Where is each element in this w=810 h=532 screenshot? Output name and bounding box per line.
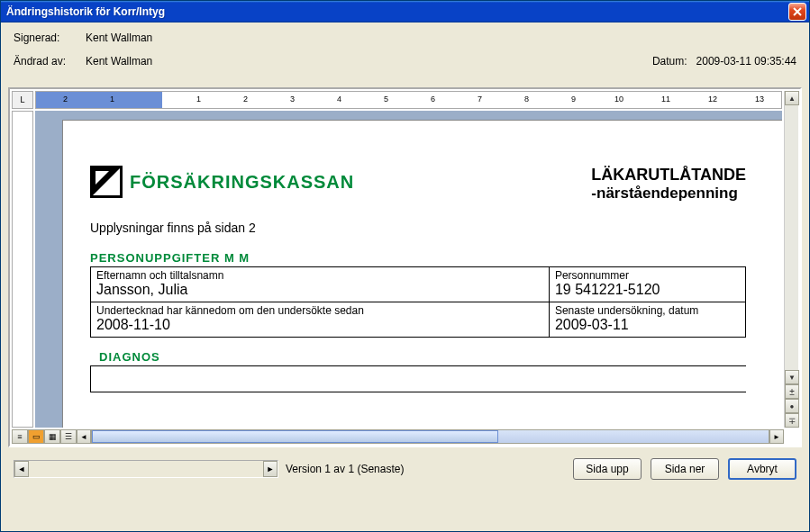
version-text: Version 1 av 1 (Senaste) [286,463,404,475]
last-exam-label: Senaste undersökning, datum [555,304,740,317]
cancel-button[interactable]: Avbryt [728,458,796,480]
name-field-label: Efternamn och tilltalsnamn [96,269,543,282]
outline-view-icon[interactable]: ☰ [60,429,77,444]
name-field-value: Jansson, Julia [96,282,543,298]
signed-by-value: Kent Wallman [86,32,152,44]
doc-title-line1: LÄKARUTLÅTANDE [591,166,746,185]
horizontal-scroll-track[interactable] [91,429,769,444]
version-scroller[interactable]: ◄ ► [14,460,278,478]
horizontal-scroll-thumb[interactable] [92,430,498,443]
section-diagnosis-title: DIAGNOS [90,350,746,364]
known-since-label: Undertecknad har kännedom om den undersö… [96,304,543,317]
last-exam-value: 2009-03-11 [555,317,740,333]
ruler-corner[interactable]: L [12,91,33,109]
next-page-icon[interactable]: ∓ [785,413,799,428]
document-canvas[interactable]: FÖRSÄKRINGSKASSAN LÄKARUTLÅTANDE -närstå… [35,111,782,428]
close-button[interactable] [788,3,806,21]
horizontal-ruler[interactable]: 2 1 1 2 3 4 5 6 7 8 9 10 11 12 13 [35,91,782,109]
window-title: Ändringshistorik för Korr/Intyg [6,5,788,18]
personal-data-table: Efternamn och tilltalsnamn Jansson, Juli… [90,266,746,338]
agency-name: FÖRSÄKRINGSKASSAN [130,172,354,193]
metadata-panel: Signerad: Kent Wallman Ändrad av: Kent W… [1,23,809,87]
view-toolbar: ≡ ▭ ▦ ☰ ◄ ► [12,429,784,444]
normal-view-icon[interactable]: ≡ [12,429,28,444]
changed-by-value: Kent Wallman [86,55,152,68]
title-bar: Ändringshistorik för Korr/Intyg [1,1,809,23]
pnr-field-value: 19 541221-5120 [555,282,740,298]
info-line: Upplysningar finns på sidan 2 [90,221,746,235]
date-label: Datum: [652,55,687,68]
object-browser-icon[interactable]: ● [785,399,799,413]
vertical-ruler[interactable] [12,111,33,428]
doc-title-line2: -närståendepenning [591,185,746,203]
app-window: Ändringshistorik för Korr/Intyg Signerad… [0,0,810,532]
scroll-left-button[interactable]: ◄ [77,429,91,444]
scroll-up-button[interactable]: ▲ [785,91,799,105]
version-prev-button[interactable]: ◄ [14,461,29,477]
diagnosis-box [90,365,746,392]
page-down-button[interactable]: Sida ner [651,458,719,480]
scroll-down-button[interactable]: ▼ [785,370,799,384]
scroll-right-button[interactable]: ► [769,429,784,444]
prev-page-icon[interactable]: ± [785,384,799,399]
document-viewer: L 2 1 1 2 3 4 5 6 7 8 9 10 11 12 13 [8,87,802,447]
version-next-button[interactable]: ► [263,461,278,477]
section-personal-title: PERSONUPPGIFTER M M [90,251,746,265]
pnr-field-label: Personnummer [555,269,740,282]
document-page: FÖRSÄKRINGSKASSAN LÄKARUTLÅTANDE -närstå… [62,120,782,428]
page-up-button[interactable]: Sida upp [573,458,642,480]
changed-by-label: Ändrad av: [14,55,86,68]
known-since-value: 2008-11-10 [96,317,543,333]
date-value: 2009-03-11 09:35:44 [696,55,796,68]
footer-bar: ◄ ► Version 1 av 1 (Senaste) Sida upp Si… [1,447,809,492]
print-layout-view-icon[interactable]: ▭ [28,429,44,444]
signed-label: Signerad: [14,32,86,44]
vertical-scrollbar[interactable]: ▲ ▼ ± ● ∓ [784,91,798,428]
web-layout-view-icon[interactable]: ▦ [44,429,60,444]
agency-logo-icon [90,166,123,198]
